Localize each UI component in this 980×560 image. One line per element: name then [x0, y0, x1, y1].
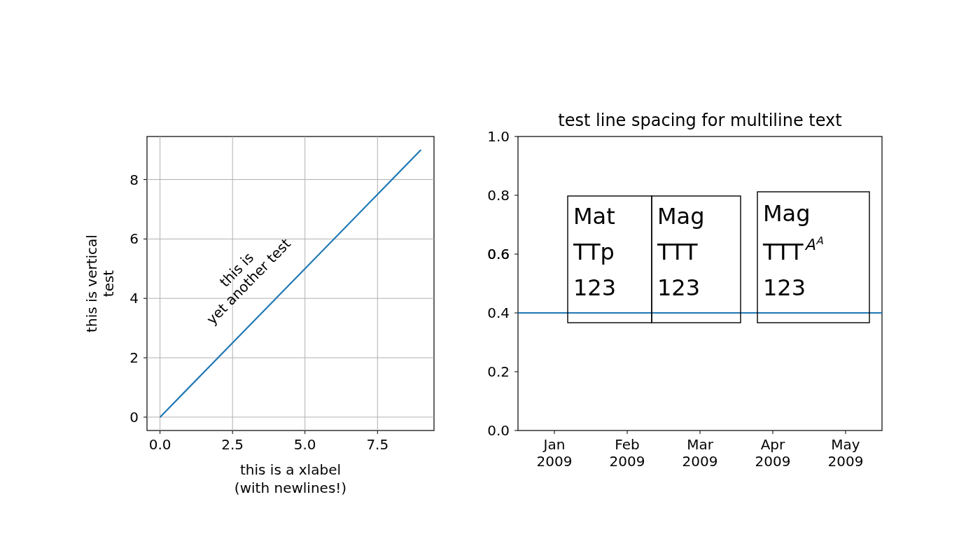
ytick-label: 6 [130, 230, 139, 247]
left-annotation-line2: yet another test [203, 235, 294, 328]
box2-line2: TTT [657, 239, 698, 265]
box1-line2: TTp [573, 239, 615, 265]
left-subplot: 0.0 2.5 5.0 7.5 0 2 4 6 8 this is a xlab… [83, 136, 434, 496]
ytick-label: 0.6 [487, 246, 510, 262]
xtick-year: 2009 [682, 453, 718, 470]
left-line-series [160, 150, 421, 417]
xtick-year: 2009 [755, 453, 791, 470]
ytick-label: 0.2 [487, 363, 510, 380]
xtick-label: 0.0 [149, 436, 172, 453]
xtick-year: 2009 [610, 453, 645, 470]
ytick-label: 1.0 [487, 128, 510, 145]
box1-line3: 123 [573, 274, 616, 301]
right-y-ticks: 0.0 0.2 0.4 0.6 [487, 136, 518, 439]
text-box-1: Mat TTp 123 [568, 196, 652, 323]
ytick-label: 0.4 [487, 304, 510, 321]
ytick-label: 8 [130, 172, 139, 188]
ytick-label: 0.0 [487, 422, 510, 439]
xtick-month: Jan [542, 436, 566, 453]
box1-line1: Mat [573, 203, 615, 230]
xtick-month: Mar [687, 436, 714, 453]
xtick-year: 2009 [537, 453, 573, 470]
box3-line2: TTTAA [762, 234, 824, 265]
left-y-ticks: 0 2 4 6 8 [130, 172, 147, 426]
xtick-month: Apr [761, 436, 785, 453]
xtick-label: 7.5 [366, 436, 388, 453]
box3-line1: Mag [763, 200, 811, 227]
xtick-label: 5.0 [294, 436, 316, 453]
left-ylabel-line2: test [100, 270, 117, 298]
left-xlabel-line2: (with newlines!) [234, 479, 346, 496]
ytick-label: 0 [130, 409, 139, 426]
xtick-year: 2009 [828, 453, 864, 470]
ytick-label: 2 [130, 349, 139, 366]
box3-line3: 123 [763, 274, 806, 301]
xtick-month: May [831, 436, 860, 453]
ytick-label: 4 [130, 290, 139, 307]
right-subplot: test line spacing for multiline text 0.0… [487, 111, 882, 470]
figure: 0.0 2.5 5.0 7.5 0 2 4 6 8 this is a xlab… [0, 0, 980, 560]
right-title: test line spacing for multiline text [558, 111, 841, 130]
box2-line3: 123 [657, 274, 700, 301]
left-xlabel-line1: this is a xlabel [240, 461, 341, 478]
text-box-3: Mag TTTAA 123 [757, 192, 869, 323]
right-x-ticks: Jan 2009 Feb 2009 Mar 2009 Apr 2009 May … [537, 430, 864, 470]
xtick-label: 2.5 [221, 436, 244, 453]
text-box-2: Mag TTT 123 [652, 196, 741, 323]
ytick-label: 0.8 [487, 187, 510, 204]
xtick-month: Feb [615, 436, 639, 453]
left-x-ticks: 0.0 2.5 5.0 7.5 [149, 430, 389, 453]
box2-line1: Mag [657, 203, 705, 230]
left-ylabel: this is vertical test [83, 234, 117, 332]
left-ylabel-line1: this is vertical [83, 234, 100, 332]
